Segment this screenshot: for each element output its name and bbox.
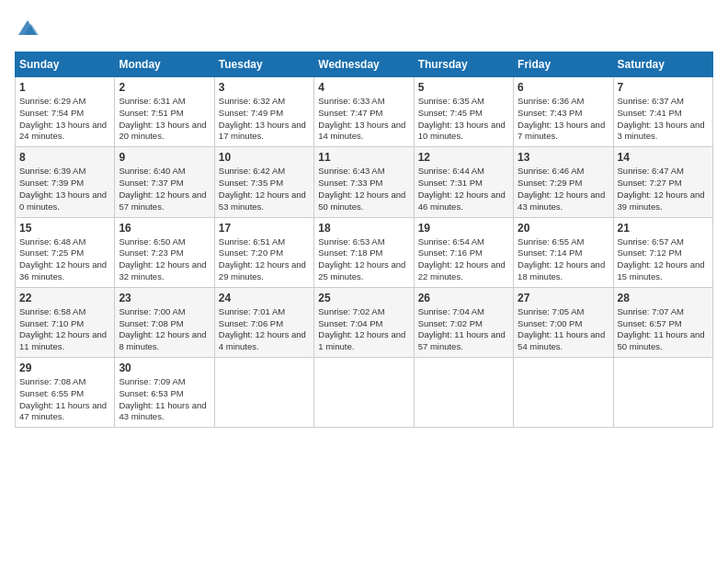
logo-icon bbox=[15, 15, 40, 40]
empty-cell bbox=[514, 358, 613, 428]
day-cell-21: 21 Sunrise: 6:57 AMSunset: 7:12 PMDaylig… bbox=[613, 217, 712, 287]
day-number: 4 bbox=[318, 81, 409, 94]
day-number: 2 bbox=[119, 81, 210, 94]
day-info: Sunrise: 6:57 AMSunset: 7:12 PMDaylight:… bbox=[618, 236, 705, 282]
day-info: Sunrise: 6:43 AMSunset: 7:33 PMDaylight:… bbox=[318, 166, 405, 211]
day-cell-14: 14 Sunrise: 6:47 AMSunset: 7:27 PMDaylig… bbox=[613, 147, 712, 217]
day-info: Sunrise: 6:37 AMSunset: 7:41 PMDaylight:… bbox=[618, 96, 705, 141]
day-number: 20 bbox=[518, 222, 609, 235]
day-cell-26: 26 Sunrise: 7:04 AMSunset: 7:02 PMDaylig… bbox=[414, 287, 513, 357]
day-number: 23 bbox=[119, 292, 210, 304]
day-cell-25: 25 Sunrise: 7:02 AMSunset: 7:04 PMDaylig… bbox=[314, 287, 414, 357]
day-info: Sunrise: 7:01 AMSunset: 7:06 PMDaylight:… bbox=[219, 306, 306, 351]
day-cell-6: 6 Sunrise: 6:36 AMSunset: 7:43 PMDayligh… bbox=[514, 77, 613, 147]
day-info: Sunrise: 7:09 AMSunset: 6:53 PMDaylight:… bbox=[119, 376, 206, 421]
day-info: Sunrise: 6:33 AMSunset: 7:47 PMDaylight:… bbox=[318, 96, 405, 141]
day-number: 11 bbox=[318, 151, 409, 164]
day-info: Sunrise: 6:48 AMSunset: 7:25 PMDaylight:… bbox=[19, 236, 107, 282]
day-info: Sunrise: 6:54 AMSunset: 7:16 PMDaylight:… bbox=[418, 236, 506, 282]
day-info: Sunrise: 6:55 AMSunset: 7:14 PMDaylight:… bbox=[518, 236, 605, 282]
day-cell-23: 23 Sunrise: 7:00 AMSunset: 7:08 PMDaylig… bbox=[115, 287, 214, 357]
empty-cell bbox=[214, 358, 313, 428]
day-info: Sunrise: 6:53 AMSunset: 7:18 PMDaylight:… bbox=[318, 236, 405, 282]
day-cell-27: 27 Sunrise: 7:05 AMSunset: 7:00 PMDaylig… bbox=[514, 287, 613, 357]
day-info: Sunrise: 6:51 AMSunset: 7:20 PMDaylight:… bbox=[219, 236, 306, 282]
day-number: 10 bbox=[219, 151, 310, 164]
day-cell-24: 24 Sunrise: 7:01 AMSunset: 7:06 PMDaylig… bbox=[214, 287, 313, 357]
day-number: 21 bbox=[618, 222, 709, 235]
day-info: Sunrise: 6:35 AMSunset: 7:45 PMDaylight:… bbox=[418, 96, 506, 141]
day-cell-7: 7 Sunrise: 6:37 AMSunset: 7:41 PMDayligh… bbox=[613, 77, 712, 147]
day-number: 26 bbox=[418, 292, 509, 304]
day-number: 19 bbox=[418, 222, 509, 235]
empty-cell bbox=[314, 358, 414, 428]
day-info: Sunrise: 7:00 AMSunset: 7:08 PMDaylight:… bbox=[119, 306, 206, 351]
calendar-week-4: 22 Sunrise: 6:58 AMSunset: 7:10 PMDaylig… bbox=[16, 287, 713, 357]
day-info: Sunrise: 7:04 AMSunset: 7:02 PMDaylight:… bbox=[418, 306, 506, 351]
day-cell-9: 9 Sunrise: 6:40 AMSunset: 7:37 PMDayligh… bbox=[115, 147, 214, 217]
day-info: Sunrise: 6:58 AMSunset: 7:10 PMDaylight:… bbox=[19, 306, 107, 351]
day-info: Sunrise: 7:02 AMSunset: 7:04 PMDaylight:… bbox=[318, 306, 405, 351]
day-info: Sunrise: 6:36 AMSunset: 7:43 PMDaylight:… bbox=[518, 96, 605, 141]
column-header-friday: Friday bbox=[514, 52, 613, 77]
day-info: Sunrise: 6:44 AMSunset: 7:31 PMDaylight:… bbox=[418, 166, 506, 211]
day-info: Sunrise: 6:46 AMSunset: 7:29 PMDaylight:… bbox=[518, 166, 605, 211]
day-number: 7 bbox=[618, 81, 709, 94]
day-info: Sunrise: 6:42 AMSunset: 7:35 PMDaylight:… bbox=[219, 166, 306, 211]
day-cell-10: 10 Sunrise: 6:42 AMSunset: 7:35 PMDaylig… bbox=[214, 147, 313, 217]
logo bbox=[15, 15, 44, 40]
day-cell-18: 18 Sunrise: 6:53 AMSunset: 7:18 PMDaylig… bbox=[314, 217, 414, 287]
day-number: 8 bbox=[19, 151, 110, 164]
day-info: Sunrise: 6:39 AMSunset: 7:39 PMDaylight:… bbox=[19, 166, 107, 211]
day-number: 18 bbox=[318, 222, 409, 235]
day-cell-8: 8 Sunrise: 6:39 AMSunset: 7:39 PMDayligh… bbox=[16, 147, 115, 217]
calendar-table: SundayMondayTuesdayWednesdayThursdayFrid… bbox=[15, 52, 713, 428]
day-cell-17: 17 Sunrise: 6:51 AMSunset: 7:20 PMDaylig… bbox=[214, 217, 313, 287]
calendar-week-2: 8 Sunrise: 6:39 AMSunset: 7:39 PMDayligh… bbox=[16, 147, 713, 217]
calendar-week-5: 29 Sunrise: 7:08 AMSunset: 6:55 PMDaylig… bbox=[16, 358, 713, 428]
day-number: 16 bbox=[119, 222, 210, 235]
day-number: 9 bbox=[119, 151, 210, 164]
day-cell-12: 12 Sunrise: 6:44 AMSunset: 7:31 PMDaylig… bbox=[414, 147, 513, 217]
day-number: 13 bbox=[518, 151, 609, 164]
column-header-thursday: Thursday bbox=[414, 52, 513, 77]
day-number: 28 bbox=[618, 292, 709, 304]
day-info: Sunrise: 7:08 AMSunset: 6:55 PMDaylight:… bbox=[19, 376, 107, 421]
day-info: Sunrise: 6:32 AMSunset: 7:49 PMDaylight:… bbox=[219, 96, 306, 141]
day-cell-13: 13 Sunrise: 6:46 AMSunset: 7:29 PMDaylig… bbox=[514, 147, 613, 217]
day-info: Sunrise: 6:40 AMSunset: 7:37 PMDaylight:… bbox=[119, 166, 206, 211]
day-number: 27 bbox=[518, 292, 609, 304]
day-number: 29 bbox=[19, 362, 110, 374]
empty-cell bbox=[613, 358, 712, 428]
day-cell-16: 16 Sunrise: 6:50 AMSunset: 7:23 PMDaylig… bbox=[115, 217, 214, 287]
day-number: 24 bbox=[219, 292, 310, 304]
day-number: 3 bbox=[219, 81, 310, 94]
day-number: 17 bbox=[219, 222, 310, 235]
day-cell-19: 19 Sunrise: 6:54 AMSunset: 7:16 PMDaylig… bbox=[414, 217, 513, 287]
day-cell-11: 11 Sunrise: 6:43 AMSunset: 7:33 PMDaylig… bbox=[314, 147, 414, 217]
page-header bbox=[15, 15, 713, 40]
day-cell-5: 5 Sunrise: 6:35 AMSunset: 7:45 PMDayligh… bbox=[414, 77, 513, 147]
day-number: 12 bbox=[418, 151, 509, 164]
day-info: Sunrise: 7:05 AMSunset: 7:00 PMDaylight:… bbox=[518, 306, 605, 351]
empty-cell bbox=[414, 358, 513, 428]
calendar-week-1: 1 Sunrise: 6:29 AMSunset: 7:54 PMDayligh… bbox=[16, 77, 713, 147]
day-info: Sunrise: 7:07 AMSunset: 6:57 PMDaylight:… bbox=[618, 306, 705, 351]
day-number: 6 bbox=[518, 81, 609, 94]
column-header-wednesday: Wednesday bbox=[314, 52, 414, 77]
day-cell-22: 22 Sunrise: 6:58 AMSunset: 7:10 PMDaylig… bbox=[16, 287, 115, 357]
day-cell-28: 28 Sunrise: 7:07 AMSunset: 6:57 PMDaylig… bbox=[613, 287, 712, 357]
day-info: Sunrise: 6:47 AMSunset: 7:27 PMDaylight:… bbox=[618, 166, 705, 211]
column-header-tuesday: Tuesday bbox=[214, 52, 313, 77]
day-cell-20: 20 Sunrise: 6:55 AMSunset: 7:14 PMDaylig… bbox=[514, 217, 613, 287]
day-info: Sunrise: 6:31 AMSunset: 7:51 PMDaylight:… bbox=[119, 96, 206, 141]
day-number: 25 bbox=[318, 292, 409, 304]
day-info: Sunrise: 6:50 AMSunset: 7:23 PMDaylight:… bbox=[119, 236, 206, 282]
day-cell-3: 3 Sunrise: 6:32 AMSunset: 7:49 PMDayligh… bbox=[214, 77, 313, 147]
calendar-week-3: 15 Sunrise: 6:48 AMSunset: 7:25 PMDaylig… bbox=[16, 217, 713, 287]
calendar-header-row: SundayMondayTuesdayWednesdayThursdayFrid… bbox=[16, 52, 713, 77]
day-cell-29: 29 Sunrise: 7:08 AMSunset: 6:55 PMDaylig… bbox=[16, 358, 115, 428]
day-cell-30: 30 Sunrise: 7:09 AMSunset: 6:53 PMDaylig… bbox=[115, 358, 214, 428]
day-number: 22 bbox=[19, 292, 110, 304]
day-cell-15: 15 Sunrise: 6:48 AMSunset: 7:25 PMDaylig… bbox=[16, 217, 115, 287]
